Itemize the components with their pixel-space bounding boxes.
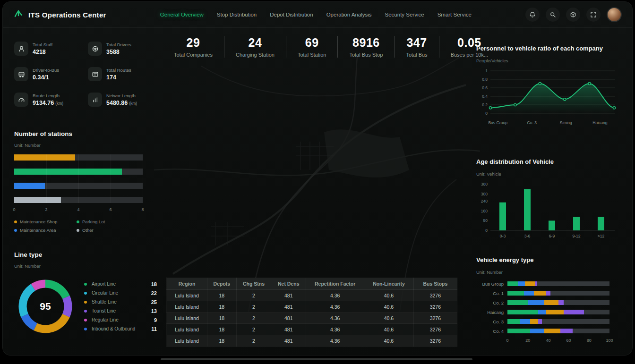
col-net-dens: Net Dens	[271, 278, 306, 290]
legend-label: Other	[82, 228, 94, 233]
region-table: RegionDepotsChg StnsNet DensRepetition F…	[166, 278, 457, 347]
bar-segment	[530, 319, 538, 324]
bar-other	[14, 197, 61, 203]
svg-text:0.6: 0.6	[482, 85, 488, 90]
table-cell: 18	[207, 301, 237, 313]
svg-text:6-9: 6-9	[549, 234, 555, 238]
col-region: Region	[167, 278, 207, 290]
bar-segment	[546, 291, 550, 296]
tab-general-overview[interactable]: General Overview	[160, 10, 204, 19]
legend-value: 13	[151, 308, 157, 314]
kpi-route-length: Route Length9134.76(km)	[14, 93, 83, 107]
kpi-value: 5480.86(km)	[106, 100, 137, 106]
header-actions	[525, 7, 622, 22]
personnel-ratio-section: Personnel to vehicle ratio of each compa…	[476, 44, 618, 127]
gridline	[78, 154, 79, 203]
axis-tick: 6	[109, 207, 112, 212]
table-cell: 3276	[413, 301, 457, 313]
table-cell: Lulu Island	[167, 335, 207, 347]
logo-icon	[13, 9, 24, 20]
map-background	[154, 28, 480, 321]
table-cell: 2	[236, 324, 271, 335]
tab-smart-service[interactable]: Smart Service	[438, 10, 472, 19]
bar-segment	[530, 329, 544, 333]
vehicle-age-section: Age distribution of Vehicle Unit: Vehicl…	[476, 158, 618, 244]
legend-value: 22	[151, 290, 157, 296]
vehicle-age-chart: 0801602403003800-33-66-99-12>12	[476, 180, 618, 244]
bar-segment	[518, 281, 525, 286]
cube-icon[interactable]	[566, 8, 580, 22]
fullscreen-icon[interactable]	[586, 8, 601, 22]
dashboard: ITS Operations Center General OverviewSt…	[3, 2, 632, 355]
bar-segment	[524, 291, 534, 296]
bar-segment	[558, 300, 564, 305]
table-cell: 3276	[413, 324, 457, 335]
bar-track	[507, 300, 609, 305]
steering-wheel-icon	[88, 42, 102, 56]
table-cell: 2	[236, 313, 271, 324]
bar-segment	[507, 300, 528, 305]
legend-label: Circular Line	[92, 290, 148, 296]
bar-segment	[546, 310, 564, 314]
svg-text:0-3: 0-3	[500, 234, 506, 238]
col-chg-stns: Chg Stns	[236, 278, 271, 290]
stat-label: Total Bus	[406, 52, 427, 58]
search-icon[interactable]	[546, 8, 560, 22]
legend-circular-line: Circular Line22	[84, 290, 157, 296]
energy-x-axis: 020406080100	[507, 338, 609, 344]
tab-depot-distribution[interactable]: Depot Distribution	[270, 10, 313, 19]
legend-inbound-outbound: Inbound & Outbound11	[84, 326, 157, 332]
table-cell: 18	[207, 324, 237, 335]
energy-row-co-3: Co. 3	[476, 319, 618, 324]
table-cell: 481	[271, 313, 306, 324]
bar-maintenance-shop	[14, 154, 75, 161]
legend-shuttle-line: Shuttle Line25	[84, 299, 157, 305]
svg-text:160: 160	[481, 208, 488, 213]
svg-text:300: 300	[481, 191, 488, 196]
legend-value: 25	[151, 299, 157, 305]
line-type-legend: Airport Line18Circular Line22Shuttle Lin…	[84, 281, 157, 332]
app-title: ITS Operations Center	[28, 11, 106, 19]
kpi-unit: (km)	[55, 101, 63, 106]
stations-unit-label: Unit: Number	[14, 143, 157, 148]
tab-stop-distribution[interactable]: Stop Distribution	[217, 10, 257, 19]
bell-icon[interactable]	[525, 8, 540, 22]
nav-tabs: General OverviewStop DistributionDepot D…	[106, 10, 525, 19]
table-cell: 3276	[413, 335, 457, 347]
axis-tick: 0	[506, 338, 508, 343]
table-cell: 4.36	[306, 313, 364, 324]
personnel-x-axis: Bus GroupCo. 3SimingHaicang	[476, 120, 618, 127]
bar-segment	[544, 329, 561, 333]
top-stat-total-station: 69Total Station	[286, 36, 338, 58]
bar-parking-lot	[14, 169, 122, 175]
bar-segment	[507, 281, 518, 286]
bar-segment	[507, 310, 538, 314]
legend-label: Maintenance Area	[20, 228, 56, 233]
legend-label: Inbound & Outbound	[92, 326, 148, 332]
kpi-text: Networ Length5480.86(km)	[106, 93, 137, 106]
table-cell: 4.36	[306, 335, 364, 347]
tab-security-service[interactable]: Security Service	[385, 10, 424, 19]
table-cell: 481	[271, 335, 306, 347]
legend-maintenance-shop: Maintenance Shop	[14, 219, 73, 224]
stations-section: Number of stations Unit: Number 02468 Ma…	[14, 130, 157, 233]
energy-row-co-2: Co. 2	[476, 300, 618, 305]
personnel-ratio-chart: 00.20.40.60.81	[476, 67, 618, 120]
bar-track	[507, 310, 609, 314]
table-cell: 3276	[413, 290, 457, 301]
svg-text:1: 1	[485, 68, 488, 73]
personnel-ratio-unit-label: People/Vehicles	[476, 58, 618, 63]
legend-label: Airport Line	[92, 281, 148, 287]
tab-operation-analysis[interactable]: Operation Analysis	[326, 10, 372, 19]
axis-tick: 2	[45, 207, 47, 212]
table-cell: 481	[271, 290, 306, 301]
bar-segment	[520, 319, 530, 324]
table-cell: 4.36	[306, 324, 364, 335]
table-cell: 40.6	[364, 335, 414, 347]
avatar[interactable]	[607, 7, 622, 22]
legend-dot	[14, 229, 17, 232]
stations-bar-chart	[14, 154, 143, 203]
svg-text:80: 80	[483, 218, 488, 223]
legend-dot	[84, 310, 87, 313]
legend-dot	[84, 301, 87, 304]
